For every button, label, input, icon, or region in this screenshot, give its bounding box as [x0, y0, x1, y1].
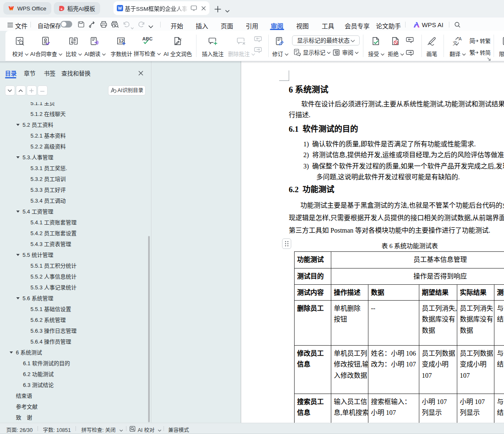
svg-text:12: 12	[118, 38, 124, 43]
svg-text:A: A	[459, 36, 462, 41]
